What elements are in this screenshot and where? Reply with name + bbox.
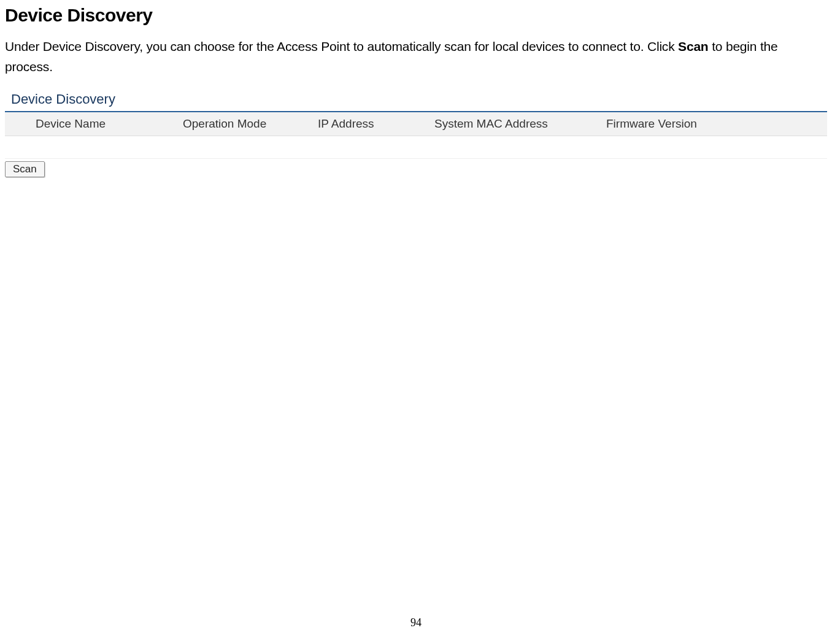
scan-button[interactable]: Scan [5, 161, 45, 177]
col-device-name: Device Name [5, 112, 177, 136]
section-title: Device Discovery [5, 5, 827, 26]
table-row [5, 136, 827, 159]
intro-text-bold: Scan [678, 39, 708, 53]
intro-text-pre: Under Device Discovery, you can choose f… [5, 39, 678, 53]
device-discovery-table: Device Name Operation Mode IP Address Sy… [5, 112, 827, 159]
intro-paragraph: Under Device Discovery, you can choose f… [5, 37, 827, 77]
table-header-row: Device Name Operation Mode IP Address Sy… [5, 112, 827, 136]
device-discovery-panel: Device Discovery Device Name Operation M… [5, 88, 827, 177]
col-firmware-version: Firmware Version [600, 112, 827, 136]
col-ip-address: IP Address [312, 112, 428, 136]
page-number: 94 [0, 616, 832, 629]
col-system-mac-address: System MAC Address [428, 112, 600, 136]
col-operation-mode: Operation Mode [177, 112, 312, 136]
panel-title: Device Discovery [5, 88, 827, 112]
